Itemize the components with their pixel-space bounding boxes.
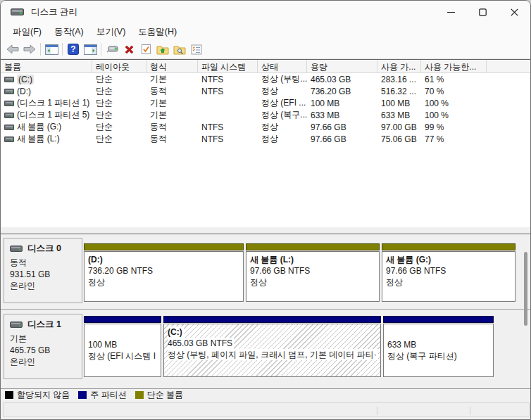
partition-info: 97.66 GB NTFS bbox=[386, 265, 511, 276]
close-button[interactable] bbox=[499, 1, 530, 23]
partition-info: 465.03 GB NTFS bbox=[168, 338, 234, 349]
column-header-filesystem[interactable]: 파일 시스템 bbox=[198, 60, 258, 72]
primary-partition-color-bar bbox=[84, 316, 161, 323]
column-header-status[interactable]: 상태 bbox=[258, 60, 307, 72]
cell-layout: 단순 bbox=[92, 73, 146, 85]
legend-bar: 할당되지 않음 주 파티션 단순 볼륨 bbox=[1, 388, 531, 400]
table-row[interactable]: (디스크 1 파티션 1) 단순 기본 정상 (EFI ... 100 MB 1… bbox=[1, 97, 531, 109]
cell-capacity: 465.03 GB bbox=[307, 75, 377, 84]
cell-capacity: 97.66 GB bbox=[307, 122, 377, 132]
column-header-layout[interactable]: 레이아웃 bbox=[92, 60, 146, 72]
delete-volume-button[interactable] bbox=[120, 42, 137, 57]
menu-bar: 파일(F) 동작(A) 보기(V) 도움말(H) bbox=[1, 23, 530, 40]
cell-pct: 77 % bbox=[421, 134, 487, 144]
partition-g[interactable]: 새 볼륨 (G:) 97.66 GB NTFS 정상 bbox=[382, 234, 516, 305]
disk-0-row: 디스크 0 동적 931.51 GB 온라인 (D:) 736.20 GB NT… bbox=[1, 234, 531, 310]
menu-file[interactable]: 파일(F) bbox=[6, 24, 48, 40]
forward-button[interactable] bbox=[21, 42, 38, 57]
table-row[interactable]: (C:) 단순 기본 NTFS 정상 (부팅... 465.03 GB 283.… bbox=[1, 73, 531, 85]
disk-status: 온라인 bbox=[10, 356, 82, 368]
cell-status: 정상 bbox=[258, 85, 307, 97]
menu-view[interactable]: 보기(V) bbox=[90, 24, 132, 40]
disk-type: 기본 bbox=[10, 333, 82, 345]
menu-help[interactable]: 도움말(H) bbox=[132, 24, 183, 40]
disk-0-label[interactable]: 디스크 0 동적 931.51 GB 온라인 bbox=[4, 238, 82, 303]
partition-info: 100 MB bbox=[88, 339, 157, 350]
partition-efi[interactable]: 100 MB 정상 (EFI 시스템 I bbox=[84, 310, 161, 381]
partition-d[interactable]: (D:) 736.20 GB NTFS 정상 bbox=[84, 234, 244, 305]
show-action-pane-button[interactable] bbox=[82, 42, 99, 57]
folder-search-icon bbox=[173, 44, 186, 55]
back-button[interactable] bbox=[4, 42, 21, 57]
back-icon bbox=[6, 44, 19, 54]
cell-free: 97.00 GB bbox=[377, 122, 421, 132]
cell-free: 516.32 ... bbox=[377, 87, 421, 96]
rescan-disks-button[interactable] bbox=[104, 42, 120, 57]
legend-primary-partition: 주 파티션 bbox=[78, 389, 126, 401]
cell-type: 동적 bbox=[146, 85, 198, 97]
partition-name: 새 볼륨 (G:) bbox=[386, 254, 511, 265]
partition-name: (D:) bbox=[88, 254, 239, 265]
volume-icon bbox=[4, 113, 14, 118]
scrollbar-thumb[interactable] bbox=[524, 252, 527, 326]
cell-status: 정상 (부팅... bbox=[258, 73, 307, 85]
cell-fs: NTFS bbox=[198, 87, 258, 96]
show-console-tree-button[interactable] bbox=[43, 42, 60, 57]
cell-fs: NTFS bbox=[198, 122, 258, 132]
table-row[interactable]: (D:) 단순 동적 NTFS 정상 736.20 GB 516.32 ... … bbox=[1, 85, 531, 97]
legend-unallocated: 할당되지 않음 bbox=[5, 389, 70, 401]
column-header-volume[interactable]: 볼륨 bbox=[1, 60, 92, 72]
partition-c-selected[interactable]: (C:) 465.03 GB NTFS 정상 (부팅, 페이지 파일, 크래시 … bbox=[163, 310, 381, 381]
column-header-capacity[interactable]: 용량 bbox=[307, 60, 377, 72]
rescan-disks-icon bbox=[106, 44, 119, 54]
folder-search-button[interactable] bbox=[171, 42, 188, 57]
help-button[interactable]: ? bbox=[65, 42, 82, 57]
svg-text:?: ? bbox=[70, 44, 75, 54]
properties-button[interactable] bbox=[188, 42, 205, 57]
minimize-button[interactable] bbox=[435, 1, 467, 23]
status-separator bbox=[470, 407, 470, 415]
cell-layout: 단순 bbox=[92, 109, 146, 121]
simple-volume-color-bar bbox=[246, 243, 380, 250]
column-header-type[interactable]: 형식 bbox=[146, 60, 198, 72]
table-row[interactable]: 새 볼륨 (G:) 단순 동적 NTFS 정상 97.66 GB 97.00 G… bbox=[1, 121, 531, 133]
cell-fs: NTFS bbox=[198, 75, 258, 84]
legend-simple-volume: 단순 볼륨 bbox=[135, 389, 183, 401]
status-separator bbox=[377, 407, 377, 415]
cell-free: 75.06 GB bbox=[377, 134, 421, 144]
volume-name: 새 볼륨 (L:) bbox=[17, 133, 60, 145]
disk-size: 931.51 GB bbox=[10, 269, 82, 281]
partition-recovery[interactable]: 633 MB 정상 (복구 파티션) bbox=[383, 310, 494, 381]
cell-pct: 99 % bbox=[421, 122, 487, 132]
table-row[interactable]: (디스크 1 파티션 5) 단순 기본 정상 (복구... 633 MB 633… bbox=[1, 109, 531, 121]
maximize-icon bbox=[479, 8, 487, 16]
disk-1-label[interactable]: 디스크 1 기본 465.75 GB 온라인 bbox=[4, 314, 82, 379]
window-controls bbox=[435, 1, 530, 23]
column-header-free-space[interactable]: 사용 가... bbox=[377, 60, 421, 72]
disk-management-window: 디스크 관리 파일(F) 동작(A) 보기(V) 도움말(H) bbox=[0, 0, 531, 420]
delete-icon bbox=[124, 44, 135, 55]
maximize-button[interactable] bbox=[467, 1, 499, 23]
console-tree-icon bbox=[45, 44, 58, 55]
menu-action[interactable]: 동작(A) bbox=[48, 24, 90, 40]
simple-volume-swatch bbox=[135, 391, 144, 399]
column-header-percent-free[interactable]: 사용 가능한... bbox=[421, 60, 487, 72]
volume-icon bbox=[4, 125, 14, 130]
folder-up-button[interactable] bbox=[154, 42, 171, 57]
cell-pct: 100 % bbox=[421, 98, 487, 108]
vertical-scrollbar[interactable] bbox=[524, 248, 527, 375]
cell-type: 기본 bbox=[146, 97, 198, 109]
disk-1-row: 디스크 1 기본 465.75 GB 온라인 100 MB 정상 (EFI 시스… bbox=[1, 310, 531, 384]
partition-l[interactable]: 새 볼륨 (L:) 97.66 GB NTFS 정상 bbox=[246, 234, 380, 305]
volume-table-header: 볼륨 레이아웃 형식 파일 시스템 상태 용량 사용 가... 사용 가능한..… bbox=[1, 60, 531, 73]
graphical-view-pane: 디스크 0 동적 931.51 GB 온라인 (D:) 736.20 GB NT… bbox=[1, 234, 531, 388]
pane-splitter[interactable] bbox=[1, 227, 531, 234]
cell-status: 정상 bbox=[258, 133, 307, 145]
cell-type: 기본 bbox=[146, 109, 198, 121]
volume-icon bbox=[4, 136, 14, 142]
toolbar-separator bbox=[40, 43, 41, 56]
check-document-button[interactable] bbox=[137, 42, 154, 57]
status-bar-panel bbox=[3, 402, 530, 417]
table-row[interactable]: 새 볼륨 (L:) 단순 동적 NTFS 정상 97.66 GB 75.06 G… bbox=[1, 133, 531, 145]
volume-list-pane: 볼륨 레이아웃 형식 파일 시스템 상태 용량 사용 가... 사용 가능한..… bbox=[1, 59, 531, 227]
